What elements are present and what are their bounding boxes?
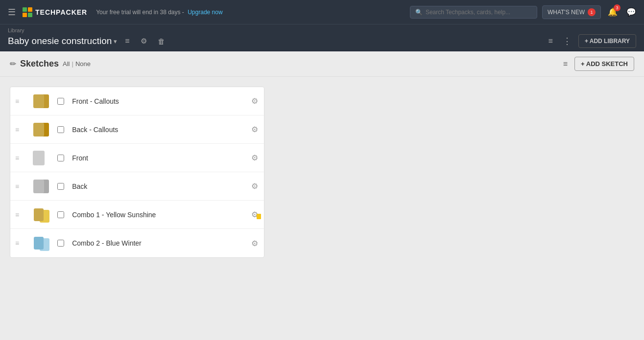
sketch-checkbox-cell <box>53 211 68 218</box>
main-content: ✏ Sketches All | None ≡ + ADD SKETCH <box>0 51 644 340</box>
yellow-badge <box>257 214 261 219</box>
chat-icon: 💬 <box>626 8 636 16</box>
whats-new-label: WHAT'S NEW <box>548 9 585 16</box>
sketch-thumbnail <box>24 89 53 113</box>
chat-button[interactable]: 💬 <box>624 5 638 19</box>
sketches-header: ✏ Sketches All | None ≡ + ADD SKETCH <box>0 51 644 77</box>
drag-handle[interactable]: ≡ <box>10 97 24 105</box>
library-title-area: Baby onesie construction ▾ <box>8 36 117 46</box>
logo-text: TECHPACKER <box>35 8 87 16</box>
add-sketch-button[interactable]: + ADD SKETCH <box>574 57 634 71</box>
sketch-checkbox[interactable] <box>57 240 64 247</box>
library-right-actions: ≡ ⋮ + ADD LIBRARY <box>546 34 636 48</box>
sketch-checkbox-cell <box>53 126 68 133</box>
drag-handle[interactable]: ≡ <box>10 211 24 219</box>
trash-icon: 🗑 <box>158 37 165 45</box>
sketch-checkbox-cell <box>53 98 68 105</box>
filter-all-link[interactable]: All <box>63 60 70 68</box>
drag-handle[interactable]: ≡ <box>10 182 24 190</box>
search-input[interactable] <box>426 9 532 16</box>
sketch-checkbox[interactable] <box>57 98 64 105</box>
whats-new-badge: 1 <box>588 8 596 16</box>
filter-icon: ≡ <box>549 37 553 45</box>
sketch-checkbox-cell <box>53 240 68 247</box>
filter-links: All | None <box>63 60 91 68</box>
sketch-settings[interactable]: ⚙ <box>245 181 264 191</box>
sketch-checkbox-cell <box>53 155 68 161</box>
sketch-name: Front - Callouts <box>68 97 245 105</box>
trial-text: Your free trial will end in 38 days - Up… <box>96 9 222 16</box>
table-row: ≡ Front ⚙ <box>10 144 264 172</box>
sketch-table: ≡ Front - Callouts ⚙ ≡ <box>10 87 264 258</box>
sketches-filter-icon: ≡ <box>563 60 568 68</box>
sketch-checkbox[interactable] <box>57 183 64 190</box>
delete-button[interactable]: 🗑 <box>155 36 168 46</box>
sketch-thumbnail <box>24 203 53 227</box>
notifications-badge: 3 <box>614 4 620 11</box>
more-options-button[interactable]: ⋮ <box>560 35 574 47</box>
add-sketch-label: + ADD SKETCH <box>581 60 628 68</box>
sketch-checkbox[interactable] <box>57 155 64 161</box>
sketch-checkbox-cell <box>53 183 68 190</box>
sketches-right: ≡ + ADD SKETCH <box>561 57 634 71</box>
table-row: ≡ Back ⚙ <box>10 172 264 201</box>
drag-handle[interactable]: ≡ <box>10 154 24 162</box>
sketch-settings[interactable]: ⚙ <box>245 210 264 219</box>
library-bar-inner: Baby onesie construction ▾ ≡ ⚙ 🗑 ≡ ⋮ <box>8 34 636 48</box>
sketch-thumbnail <box>24 231 53 255</box>
table-row: ≡ Combo 2 - Blue Winter ⚙ <box>10 229 264 257</box>
sketches-filter-button[interactable]: ≡ <box>561 58 570 70</box>
sketch-checkbox[interactable] <box>57 126 64 133</box>
sketch-name: Combo 1 - Yellow Sunshine <box>68 211 245 219</box>
table-row: ≡ Combo 1 - Yellow Sunshine ⚙ <box>10 201 264 229</box>
sketch-table-wrapper: ≡ Front - Callouts ⚙ ≡ <box>0 77 644 268</box>
drag-handle[interactable]: ≡ <box>10 239 24 247</box>
sketch-settings[interactable]: ⚙ <box>245 153 264 162</box>
sketch-thumbnail <box>24 174 53 199</box>
filter-none-link[interactable]: None <box>75 60 91 68</box>
sketch-checkbox[interactable] <box>57 211 64 218</box>
chevron-down-icon[interactable]: ▾ <box>114 38 117 45</box>
add-library-label: + ADD LIBRARY <box>585 38 630 45</box>
sort-button[interactable]: ≡ <box>122 36 132 46</box>
sketch-settings[interactable]: ⚙ <box>245 96 264 106</box>
top-nav: ☰ TECHPACKER Your free trial will end in… <box>0 0 644 24</box>
table-row: ≡ Front - Callouts ⚙ <box>10 87 264 115</box>
sketch-name: Back <box>68 182 245 190</box>
logo-area: TECHPACKER <box>23 7 87 17</box>
sketch-settings[interactable]: ⚙ <box>245 125 264 134</box>
more-icon: ⋮ <box>563 36 572 46</box>
sketch-thumbnail <box>24 146 53 170</box>
sketch-settings[interactable]: ⚙ <box>245 239 264 248</box>
library-bar: Library Baby onesie construction ▾ ≡ ⚙ 🗑… <box>0 24 644 51</box>
breadcrumb: Library <box>8 27 636 33</box>
settings-button[interactable]: ⚙ <box>138 36 150 46</box>
gear-icon: ⚙ <box>141 37 147 45</box>
logo-icon <box>23 7 32 17</box>
search-icon: 🔍 <box>415 9 423 16</box>
library-title: Baby onesie construction <box>8 36 112 46</box>
app-wrapper: ☰ TECHPACKER Your free trial will end in… <box>0 0 644 340</box>
upgrade-link[interactable]: Upgrade now <box>188 9 222 16</box>
sort-icon: ≡ <box>125 37 129 45</box>
sketches-title: Sketches <box>20 59 59 69</box>
search-bar: 🔍 <box>410 6 537 19</box>
sketch-name: Back - Callouts <box>68 126 245 134</box>
notifications-button[interactable]: 🔔 3 <box>606 5 620 19</box>
sketch-name: Combo 2 - Blue Winter <box>68 239 245 247</box>
sketch-thumbnail <box>24 117 53 142</box>
pencil-icon: ✏ <box>10 59 16 68</box>
filter-separator: | <box>72 60 73 68</box>
drag-handle[interactable]: ≡ <box>10 126 24 134</box>
library-filter-button[interactable]: ≡ <box>546 36 556 46</box>
table-row: ≡ Back - Callouts ⚙ <box>10 115 264 144</box>
whats-new-button[interactable]: WHAT'S NEW 1 <box>542 5 601 19</box>
hamburger-button[interactable]: ☰ <box>6 5 18 20</box>
add-library-button[interactable]: + ADD LIBRARY <box>578 34 636 48</box>
sketch-name: Front <box>68 154 245 162</box>
hamburger-icon: ☰ <box>8 7 16 17</box>
